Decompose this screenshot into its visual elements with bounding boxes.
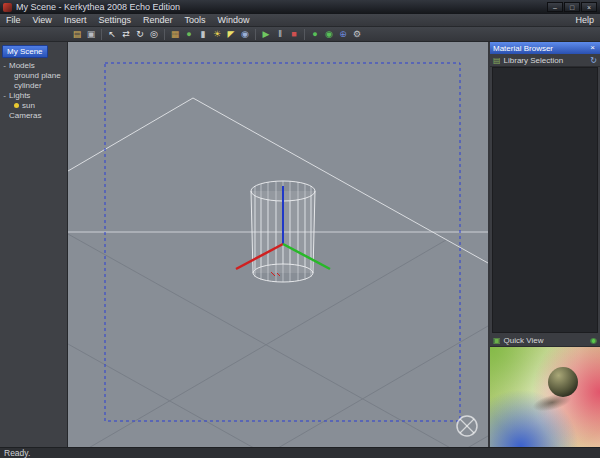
menu-file[interactable]: File [0, 14, 27, 26]
toolbar-separator [304, 29, 305, 40]
start-render-icon[interactable]: ▶ [260, 28, 272, 40]
tree-item-models[interactable]: Models [9, 61, 35, 70]
expander-lights[interactable]: - [0, 91, 9, 100]
scene-tree: - Models ground plane cylinder - Lights … [0, 60, 67, 120]
menu-view[interactable]: View [27, 14, 58, 26]
gizmo-axes-icon[interactable]: ⊕ [337, 28, 349, 40]
settings-icon[interactable]: ⚙ [351, 28, 363, 40]
minimize-button[interactable]: – [547, 2, 563, 12]
viewport-3d[interactable] [68, 42, 488, 447]
tree-item-sun[interactable]: sun [22, 101, 35, 110]
title-bar: My Scene - Kerkythea 2008 Echo Edition –… [0, 0, 600, 14]
tree-row: sun [0, 100, 67, 110]
preview-sphere [548, 367, 578, 397]
library-selection-label: Library Selection [504, 56, 564, 65]
menu-bar: File View Insert Settings Render Tools W… [0, 14, 600, 27]
library-selection-row[interactable]: ▤ Library Selection ↻ [490, 54, 600, 67]
viewport-canvas [68, 42, 488, 447]
menu-settings[interactable]: Settings [92, 14, 137, 26]
tree-item-cameras[interactable]: Cameras [9, 111, 41, 120]
material-preview [490, 347, 600, 447]
select-icon[interactable]: ↖ [106, 28, 118, 40]
material-list[interactable] [492, 67, 598, 333]
material-sphere-icon[interactable]: ● [309, 28, 321, 40]
menu-render[interactable]: Render [137, 14, 179, 26]
tree-item-lights[interactable]: Lights [9, 91, 30, 100]
insert-sphere-icon[interactable]: ● [183, 28, 195, 40]
orbit-icon[interactable]: ↻ [134, 28, 146, 40]
toolbar-separator [255, 29, 256, 40]
stop-render-icon[interactable]: ■ [288, 28, 300, 40]
tree-row: - Models [0, 60, 67, 70]
material-browser-title: Material Browser [493, 44, 553, 53]
maximize-button[interactable]: □ [564, 2, 580, 12]
menu-help[interactable]: Help [569, 15, 600, 25]
scene-tree-panel: My Scene - Models ground plane cylinder … [0, 42, 68, 447]
open-icon[interactable]: ▤ [71, 28, 83, 40]
tree-row: cylinder [0, 80, 67, 90]
save-icon[interactable]: ▣ [85, 28, 97, 40]
scene-root-tab[interactable]: My Scene [2, 45, 48, 58]
pause-render-icon[interactable]: ‖ [274, 28, 286, 40]
toolbar: ▤ ▣ ↖ ⇄ ↻ ◎ ▦ ● ▮ ☀ ◤ ◉ ▶ ‖ ■ ● ◉ ⊕ ⚙ [0, 27, 600, 42]
insert-cube-icon[interactable]: ▦ [169, 28, 181, 40]
sun-light-icon[interactable]: ☀ [211, 28, 223, 40]
window-title: My Scene - Kerkythea 2008 Echo Edition [16, 2, 547, 12]
spot-light-icon[interactable]: ◤ [225, 28, 237, 40]
sun-icon [14, 103, 19, 108]
library-icon: ▤ [493, 56, 501, 65]
status-bar: Ready. [0, 447, 600, 458]
toolbar-separator [164, 29, 165, 40]
material-editor-icon[interactable]: ◉ [323, 28, 335, 40]
camera-icon[interactable]: ◉ [239, 28, 251, 40]
tree-row: Cameras [0, 110, 67, 120]
app-icon [3, 3, 12, 12]
close-button[interactable]: × [581, 2, 597, 12]
expander-models[interactable]: - [0, 61, 9, 70]
menu-insert[interactable]: Insert [58, 14, 93, 26]
tree-row: - Lights [0, 90, 67, 100]
tree-item-ground-plane[interactable]: ground plane [14, 71, 61, 80]
quick-view-action-icon[interactable]: ◉ [590, 336, 597, 345]
quick-view-row[interactable]: ▣ Quick View ◉ [490, 335, 600, 347]
quick-view-label: Quick View [504, 336, 544, 345]
menu-tools[interactable]: Tools [178, 14, 211, 26]
tree-row: ground plane [0, 70, 67, 80]
toolbar-separator [101, 29, 102, 40]
tree-item-cylinder[interactable]: cylinder [14, 81, 42, 90]
material-browser-panel: Material Browser × ▤ Library Selection ↻… [490, 42, 600, 447]
pan-icon[interactable]: ⇄ [120, 28, 132, 40]
zoom-icon[interactable]: ◎ [148, 28, 160, 40]
status-text: Ready. [4, 448, 30, 458]
material-browser-header: Material Browser × [490, 42, 600, 54]
quick-view-icon: ▣ [493, 336, 501, 345]
view-compass[interactable] [457, 416, 477, 436]
material-browser-close-icon[interactable]: × [588, 43, 597, 53]
refresh-icon[interactable]: ↻ [590, 56, 597, 65]
insert-cylinder-icon[interactable]: ▮ [197, 28, 209, 40]
menu-window[interactable]: Window [211, 14, 255, 26]
